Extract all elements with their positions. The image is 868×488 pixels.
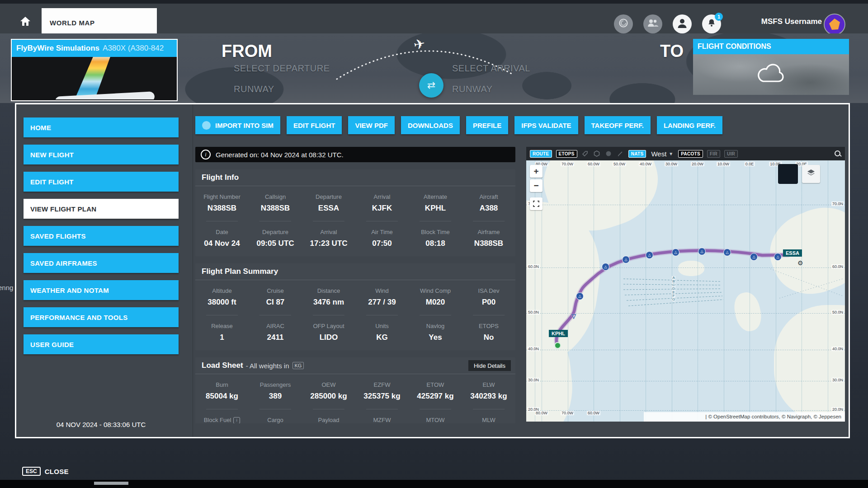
edit-flight-button[interactable]: EDIT FLIGHT	[287, 116, 342, 134]
tag-icon[interactable]	[581, 150, 589, 158]
lon-label-bottom: 80.0W	[535, 411, 548, 415]
lat-label: 50.0N	[831, 310, 844, 314]
home-tab[interactable]	[14, 7, 37, 37]
lon-label: 50.0W	[613, 162, 626, 166]
arrival-runway-field[interactable]: RUNWAY	[452, 84, 493, 94]
route-map: ROUTE ETOPS NATS West▼ PACOTS FIR UIR	[526, 147, 845, 422]
sidebar-item-saved-airframes[interactable]: SAVED AIRFRAMES	[24, 253, 179, 273]
generated-note: Generated on: 04 Nov 2024 at 08:32 UTC.	[216, 151, 344, 159]
top-edge-strip	[0, 0, 868, 4]
friends-icon	[647, 19, 659, 29]
etops-toggle[interactable]: ETOPS	[556, 150, 577, 158]
world-map-tab[interactable]: WORLD MAP	[42, 8, 157, 37]
gear-icon[interactable]: ⚙	[797, 259, 803, 267]
bell-icon	[707, 18, 717, 30]
map-attribution: | © OpenStreetMap contributors, © Navigr…	[644, 412, 845, 422]
block-fuel-info-icon[interactable]: i	[233, 417, 240, 424]
circle-icon[interactable]	[605, 150, 613, 158]
departure-runway-field[interactable]: RUNWAY	[234, 84, 274, 94]
notifications-button[interactable]: 1	[702, 14, 721, 33]
flight-info-row-1: Flight NumberN388SB CallsignN388SB Depar…	[195, 186, 515, 221]
aircraft-card[interactable]: FlyByWire Simulations A380X (A380-842	[11, 39, 178, 101]
bottom-bar-segment	[94, 482, 128, 485]
sidebar-item-saved-flights[interactable]: SAVED FLIGHTS	[24, 226, 179, 246]
world-map-label: WORLD MAP	[50, 19, 95, 27]
lon-label: 30.0W	[665, 162, 678, 166]
prefile-button[interactable]: PREFILE	[466, 116, 508, 134]
map-fullscreen-button[interactable]	[530, 197, 542, 210]
flight-plan-toolbar: IMPORT INTO SIM EDIT FLIGHT VIEW PDF DOW…	[195, 116, 722, 134]
map-zoom-out-button[interactable]: −	[530, 179, 542, 192]
avatar[interactable]	[824, 14, 845, 35]
sidebar-item-edit-flight[interactable]: EDIT FLIGHT	[24, 172, 179, 192]
takeoff-perf-button[interactable]: TAKEOFF PERF.	[585, 116, 651, 134]
sidebar-item-home[interactable]: HOME	[24, 117, 179, 137]
map-theme-swatch[interactable]	[778, 164, 798, 184]
pacots-toggle[interactable]: PACOTS	[678, 150, 703, 158]
waypoint-marker: △	[723, 249, 731, 256]
lat-label: 60.0N	[527, 264, 540, 269]
lon-label-bottom: 70.0W	[561, 411, 574, 415]
lon-label: 40.0W	[639, 162, 652, 166]
flight-conditions-card[interactable]: FLIGHT CONDITIONS	[693, 39, 849, 95]
background-text-fragment: enng	[0, 284, 13, 291]
route-toggle[interactable]: ROUTE	[530, 150, 552, 158]
sidebar-item-user-guide[interactable]: USER GUIDE	[24, 334, 179, 354]
hide-details-button[interactable]: Hide Details	[468, 360, 511, 371]
map-zoom-in-button[interactable]: +	[530, 165, 542, 178]
lon-label: 20.0W	[691, 162, 704, 166]
hexagon-icon[interactable]	[593, 150, 601, 158]
load-sheet-title: Load Sheet	[202, 361, 243, 370]
nats-toggle[interactable]: NATS	[628, 150, 646, 158]
sidebar-item-view-flight-plan[interactable]: VIEW FLIGHT PLAN	[24, 199, 179, 219]
map-toolbar: ROUTE ETOPS NATS West▼ PACOTS FIR UIR	[526, 147, 845, 160]
to-label: TO	[660, 42, 684, 61]
cloud-icon	[755, 63, 788, 86]
summary-row-1: Altitude38000 ft CruiseCI 87 Distance347…	[195, 280, 515, 315]
lat-label: 70.0N	[831, 202, 844, 206]
flight-info-row-2: Date04 Nov 24 Departure09:05 UTC Arrival…	[195, 221, 515, 256]
flight-plan-summary-section: Flight Plan Summary Altitude38000 ft Cru…	[195, 263, 515, 350]
from-label: FROM	[222, 42, 272, 61]
sidebar-datetime: 04 NOV 2024 - 08:33:06 UTC	[24, 421, 179, 428]
pencil-icon[interactable]	[617, 150, 624, 158]
load-sheet-section: Load Sheet - All weights in KG Hide Deta…	[195, 357, 515, 423]
bottom-black-bar	[0, 480, 868, 488]
esc-key-badge: ESC	[22, 467, 41, 476]
downloads-button[interactable]: DOWNLOADS	[401, 116, 460, 134]
map-search-icon[interactable]	[834, 150, 841, 157]
ifps-validate-button[interactable]: IFPS VALIDATE	[514, 116, 578, 134]
map-layers-button[interactable]	[802, 165, 820, 183]
waypoint-marker: △	[602, 263, 609, 271]
friends-button[interactable]	[643, 14, 662, 33]
esc-close-control[interactable]: ESC CLOSE	[22, 467, 69, 476]
sidebar-item-new-flight[interactable]: NEW FLIGHT	[24, 145, 179, 164]
sidebar-item-weather-notam[interactable]: WEATHER AND NOTAM	[24, 280, 179, 300]
flight-conditions-preview	[693, 54, 849, 95]
waypoint-marker: △	[774, 253, 782, 261]
departure-map-label: ESSA	[783, 249, 802, 257]
lat-label: 50.0N	[527, 310, 540, 314]
profile-button[interactable]	[673, 14, 692, 33]
aircraft-card-header: FlyByWire Simulations A380X (A380-842	[12, 40, 177, 57]
waypoint-marker: △	[750, 253, 758, 261]
import-into-sim-button[interactable]: IMPORT INTO SIM	[195, 116, 280, 134]
nat-direction-dropdown[interactable]: West▼	[651, 150, 673, 158]
fir-toggle[interactable]: FIR	[707, 150, 720, 158]
select-arrival-field[interactable]: SELECT ARRIVAL	[452, 63, 530, 74]
xbox-social-button[interactable]	[614, 14, 633, 33]
username-label[interactable]: MSFS Username	[761, 17, 822, 26]
sidebar-item-performance-tools[interactable]: PERFORMANCE AND TOOLS	[24, 307, 179, 327]
lon-label: 0.0E	[745, 162, 755, 166]
select-departure-field[interactable]: SELECT DEPARTURE	[234, 63, 330, 74]
flight-setup-strip: ✈ FlyByWire Simulations A380X (A380-842 …	[0, 33, 868, 103]
row-divider	[195, 315, 515, 315]
notification-badge: 1	[715, 13, 723, 21]
swap-airports-button[interactable]: ⇄	[419, 73, 443, 98]
row-divider	[195, 409, 515, 409]
landing-perf-button[interactable]: LANDING PERF.	[657, 116, 722, 134]
uir-toggle[interactable]: UIR	[724, 150, 738, 158]
map-canvas[interactable]: △ △ △ △ △ △ △ △ △ ▽ ESSA ⚙ KPHL AB CD EF	[526, 160, 845, 422]
lat-label: 60.0N	[831, 264, 844, 269]
view-pdf-button[interactable]: VIEW PDF	[348, 116, 395, 134]
